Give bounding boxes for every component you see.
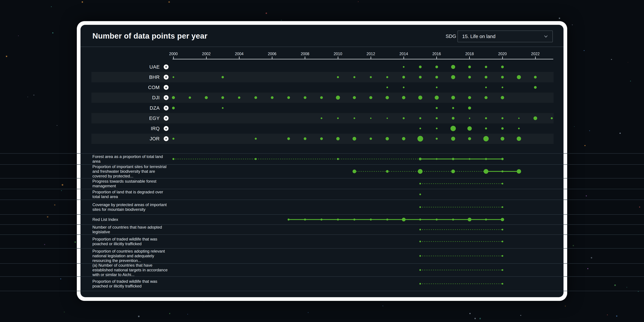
indicator-label: Proportion of land that is degraded over…	[92, 190, 168, 199]
page-title: Number of data points per year	[92, 31, 208, 40]
indicator-row: (a) Number of countries that have establ…	[0, 263, 644, 276]
chevron-down-icon	[543, 34, 549, 39]
country-row-dji: DJI+	[0, 92, 644, 103]
indicator-sparkline	[164, 235, 560, 248]
country-label: DZA	[0, 105, 160, 111]
data-dot	[337, 118, 339, 119]
indicator-sparkline	[164, 264, 560, 276]
indicator-sparkline	[164, 178, 560, 189]
data-dot	[468, 106, 471, 110]
add-country-icon[interactable]: +	[164, 64, 168, 69]
data-dot	[418, 96, 422, 100]
sdg-label: SDG	[443, 34, 456, 39]
indicator-sparkline	[164, 248, 560, 263]
add-country-icon[interactable]: +	[164, 95, 168, 100]
add-country-icon[interactable]: +	[164, 106, 168, 110]
header-divider	[80, 46, 564, 47]
country-row-irq: IRQ+	[0, 124, 644, 134]
decor-dot	[470, 313, 470, 314]
indicator-row: Proportion of land that is degraded over…	[0, 189, 644, 200]
year-tick-label: 2006	[262, 52, 282, 56]
data-dot	[287, 137, 290, 140]
data-dot	[451, 137, 455, 141]
indicator-row: Proportion of countries adopting relevan…	[0, 248, 644, 263]
data-dot	[469, 118, 470, 119]
data-dot	[172, 107, 175, 109]
data-dot	[451, 75, 455, 79]
data-dot	[452, 117, 454, 120]
data-dot	[452, 107, 454, 109]
data-dot	[534, 116, 537, 120]
sdg-dropdown-value: 15. Life on land	[462, 34, 543, 39]
indicator-sparkline	[164, 215, 560, 224]
indicator-row: Proportion of important sites for terres…	[0, 164, 644, 178]
country-label: EGY	[0, 116, 160, 121]
decor-dot	[565, 306, 566, 306]
decor-dot	[169, 313, 170, 314]
indicator-label: Coverage by protected areas of important…	[92, 202, 168, 212]
data-dot	[501, 76, 504, 78]
data-dot	[485, 76, 487, 78]
data-dot	[501, 127, 504, 130]
remove-country-icon[interactable]: ✕	[164, 136, 168, 141]
data-dot	[485, 86, 487, 88]
sdg-dropdown[interactable]: 15. Life on land	[458, 30, 553, 42]
indicator-label: Proportion of traded wildlife that was p…	[92, 279, 168, 288]
indicator-label: Proportion of important sites for terres…	[92, 164, 168, 178]
indicator-row: Coverage by protected areas of important…	[0, 200, 644, 214]
decor-dot	[607, 314, 608, 315]
stage: { "page": { "background": "#080c11" }, "…	[0, 0, 644, 322]
data-dot	[436, 117, 438, 119]
decor-dot	[584, 50, 584, 51]
data-dot	[518, 118, 520, 119]
year-tick-label: 2014	[394, 52, 414, 56]
add-country-icon[interactable]: +	[164, 126, 168, 131]
country-label: BHR	[0, 74, 160, 80]
decor-dot	[187, 314, 188, 314]
data-dot	[518, 128, 520, 129]
decor-dot	[616, 316, 617, 316]
data-dot	[451, 96, 455, 100]
data-dot	[254, 96, 257, 99]
decor-dot	[584, 145, 585, 146]
indicator-label: Proportion of countries adopting relevan…	[92, 249, 168, 263]
data-dot	[468, 126, 472, 131]
indicator-label: Number of countries that have adopted le…	[92, 225, 168, 234]
add-country-icon[interactable]: +	[164, 75, 168, 80]
indicator-row: Forest area as a proportion of total lan…	[0, 153, 644, 164]
data-dot	[436, 138, 438, 140]
country-label: IRQ	[0, 126, 160, 131]
indicator-sparkline	[164, 165, 560, 178]
country-label: DJI	[0, 95, 160, 100]
decor-dot	[480, 318, 481, 319]
decor-dot	[559, 18, 560, 19]
data-dot	[485, 117, 487, 119]
decor-dot	[168, 1, 170, 3]
data-dot	[418, 136, 423, 142]
data-dot	[419, 66, 422, 68]
data-dot	[468, 76, 471, 78]
year-tick-label: 2022	[525, 52, 546, 56]
year-tick-label: 2010	[328, 52, 348, 56]
data-dot	[450, 126, 456, 131]
data-dot	[370, 76, 372, 78]
indicator-list: Forest area as a proportion of total lan…	[0, 153, 644, 291]
row-stripe	[92, 72, 554, 82]
decor-dot	[82, 1, 83, 3]
decor-dot	[382, 306, 384, 306]
axis-line	[172, 59, 553, 59]
data-dot	[534, 86, 537, 89]
add-country-icon[interactable]: +	[164, 116, 168, 120]
data-dot	[420, 128, 421, 129]
data-dot	[485, 128, 487, 130]
add-country-icon[interactable]: +	[164, 85, 168, 90]
data-dot	[435, 76, 438, 78]
data-dot	[517, 75, 521, 79]
data-dot	[436, 86, 438, 88]
data-dot	[468, 66, 471, 68]
decor-dot	[138, 316, 139, 317]
data-dot	[287, 96, 290, 99]
country-row-dza: DZA+	[0, 103, 644, 113]
decor-dot	[611, 59, 612, 60]
data-dot	[321, 118, 322, 119]
